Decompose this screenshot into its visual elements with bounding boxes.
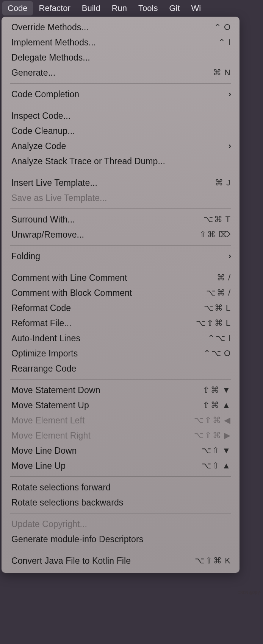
menubar-item-refactor[interactable]: Refactor xyxy=(34,1,76,16)
menu-separator xyxy=(10,267,231,267)
menubar-item-wi[interactable]: Wi xyxy=(186,1,207,16)
menu-item-rotate-back[interactable]: Rotate selections backwards xyxy=(2,495,240,510)
menu-item-label: Reformat Code xyxy=(11,303,71,313)
menu-item-label: Inspect Code... xyxy=(11,111,70,121)
code-menu-dropdown: Override Methods...⌃OImplement Methods..… xyxy=(2,17,240,573)
menubar-item-run[interactable]: Run xyxy=(106,1,132,16)
menu-item-shortcut: ⌥⇧▼ xyxy=(202,446,231,456)
menu-item-gen-module-info[interactable]: Generate module-info Descriptors xyxy=(2,532,240,547)
menu-item-reformat-code[interactable]: Reformat Code⌥⌘L xyxy=(2,300,240,316)
chevron-right-icon: › xyxy=(229,251,231,261)
menu-item-shortcut: ⌥⌘T xyxy=(204,215,231,224)
menu-item-label: Move Line Down xyxy=(11,446,77,456)
menu-item-label: Optimize Imports xyxy=(11,348,78,359)
menu-item-label: Auto-Indent Lines xyxy=(11,333,80,344)
menu-item-label: Move Statement Down xyxy=(11,385,100,395)
menu-item-shortcut: ⌘N xyxy=(213,68,231,78)
menu-item-move-elem-left: Move Element Left⌥⇧⌘◀ xyxy=(2,413,240,428)
menu-item-insert-live-template[interactable]: Insert Live Template...⌘J xyxy=(2,175,240,190)
menu-item-auto-indent[interactable]: Auto-Indent Lines⌃⌥I xyxy=(2,331,240,346)
menu-item-label: Override Methods... xyxy=(11,22,89,33)
menu-item-analyze-code[interactable]: Analyze Code› xyxy=(2,138,240,154)
menu-item-label: Rearrange Code xyxy=(11,364,76,374)
menu-separator xyxy=(10,83,231,84)
menu-item-label: Unwrap/Remove... xyxy=(11,230,84,240)
menu-item-label: Generate module-info Descriptors xyxy=(11,534,143,544)
watermark: CSDN @邓子 xyxy=(238,590,261,596)
menu-item-implement-methods[interactable]: Implement Methods...⌃I xyxy=(2,35,240,50)
menu-item-shortcut: ⌥⇧⌘K xyxy=(195,556,231,566)
menu-item-surround-with[interactable]: Surround With...⌥⌘T xyxy=(2,212,240,227)
menu-item-shortcut: ⌃I xyxy=(218,37,231,47)
menu-item-label: Reformat File... xyxy=(11,318,72,328)
menu-item-save-as-live-template: Save as Live Template... xyxy=(2,190,240,205)
menu-item-label: Implement Methods... xyxy=(11,37,96,48)
menu-item-shortcut: ⌥⇧⌘◀ xyxy=(194,415,231,425)
menubar-item-tools[interactable]: Tools xyxy=(133,1,163,16)
menu-separator xyxy=(10,379,231,380)
menu-item-move-stmt-up[interactable]: Move Statement Up⇧⌘▲ xyxy=(2,398,240,413)
menu-separator xyxy=(10,245,231,246)
menu-item-label: Move Element Right xyxy=(11,431,91,441)
menu-item-move-line-up[interactable]: Move Line Up⌥⇧▲ xyxy=(2,458,240,473)
menu-item-label: Update Copyright... xyxy=(11,519,87,529)
menu-item-shortcut: ⌃⌥O xyxy=(204,348,231,358)
menu-item-label: Rotate selections forward xyxy=(11,482,111,493)
menu-item-label: Delegate Methods... xyxy=(11,53,90,63)
menu-item-label: Convert Java File to Kotlin File xyxy=(11,556,131,566)
menu-separator xyxy=(10,172,231,172)
menu-item-comment-block[interactable]: Comment with Block Comment⌥⌘/ xyxy=(2,285,240,300)
menu-item-move-elem-right: Move Element Right⌥⇧⌘▶ xyxy=(2,428,240,443)
menu-item-inspect-code[interactable]: Inspect Code... xyxy=(2,108,240,123)
menu-item-label: Insert Live Template... xyxy=(11,178,97,188)
menu-item-label: Move Statement Up xyxy=(11,400,89,411)
menu-item-shortcut: ⌥⇧⌘▶ xyxy=(194,431,231,440)
menubar: CodeRefactorBuildRunToolsGitWi xyxy=(0,0,263,17)
menu-item-label: Analyze Stack Trace or Thread Dump... xyxy=(11,156,165,166)
menu-item-comment-line[interactable]: Comment with Line Comment⌘/ xyxy=(2,270,240,285)
menu-item-move-line-down[interactable]: Move Line Down⌥⇧▼ xyxy=(2,443,240,458)
menubar-item-git[interactable]: Git xyxy=(164,1,185,16)
menu-item-shortcut: ⌃O xyxy=(214,22,231,32)
menu-item-shortcut: ⌥⇧⌘L xyxy=(196,318,231,328)
menu-item-update-copyright: Update Copyright... xyxy=(2,516,240,532)
menu-item-shortcut: ⇧⌘⌦ xyxy=(199,230,231,240)
menu-separator xyxy=(10,550,231,550)
menu-item-label: Rotate selections backwards xyxy=(11,498,123,508)
menu-item-delegate-methods[interactable]: Delegate Methods... xyxy=(2,50,240,65)
menu-item-rotate-fwd[interactable]: Rotate selections forward xyxy=(2,480,240,495)
chevron-right-icon: › xyxy=(229,89,231,99)
menu-item-shortcut: ⌘J xyxy=(215,178,231,188)
menu-item-label: Analyze Code xyxy=(11,141,66,151)
menu-item-generate[interactable]: Generate...⌘N xyxy=(2,65,240,80)
menu-separator xyxy=(10,513,231,513)
menu-item-reformat-file[interactable]: Reformat File...⌥⇧⌘L xyxy=(2,316,240,331)
menu-item-label: Comment with Block Comment xyxy=(11,288,132,298)
menu-item-label: Code Completion xyxy=(11,89,79,100)
menu-separator xyxy=(10,476,231,477)
menu-item-shortcut: ⌘/ xyxy=(217,273,231,283)
menu-item-shortcut: ⌥⇧▲ xyxy=(202,461,231,471)
menu-item-label: Save as Live Template... xyxy=(11,193,107,203)
menu-item-move-stmt-down[interactable]: Move Statement Down⇧⌘▼ xyxy=(2,383,240,398)
menu-item-label: Code Cleanup... xyxy=(11,126,75,136)
menu-item-label: Comment with Line Comment xyxy=(11,273,127,283)
menu-item-code-completion[interactable]: Code Completion› xyxy=(2,87,240,102)
menu-item-folding[interactable]: Folding› xyxy=(2,249,240,264)
menu-item-shortcut: ⌥⌘L xyxy=(204,303,231,313)
menu-item-java-to-kotlin[interactable]: Convert Java File to Kotlin File⌥⇧⌘K xyxy=(2,553,240,568)
menu-item-override-methods[interactable]: Override Methods...⌃O xyxy=(2,20,240,35)
menubar-item-code[interactable]: Code xyxy=(2,1,33,16)
menu-item-label: Folding xyxy=(11,251,40,261)
menu-item-code-cleanup[interactable]: Code Cleanup... xyxy=(2,123,240,138)
menubar-item-build[interactable]: Build xyxy=(77,1,106,16)
menu-item-label: Surround With... xyxy=(11,215,75,225)
menu-separator xyxy=(10,105,231,105)
menu-item-unwrap-remove[interactable]: Unwrap/Remove...⇧⌘⌦ xyxy=(2,227,240,242)
menu-item-shortcut: ⌥⌘/ xyxy=(206,288,231,298)
menu-item-analyze-stack[interactable]: Analyze Stack Trace or Thread Dump... xyxy=(2,154,240,169)
menu-item-optimize-imports[interactable]: Optimize Imports⌃⌥O xyxy=(2,346,240,361)
menu-item-label: Move Element Left xyxy=(11,415,85,426)
menu-item-shortcut: ⇧⌘▲ xyxy=(203,400,231,410)
menu-item-rearrange-code[interactable]: Rearrange Code xyxy=(2,361,240,376)
